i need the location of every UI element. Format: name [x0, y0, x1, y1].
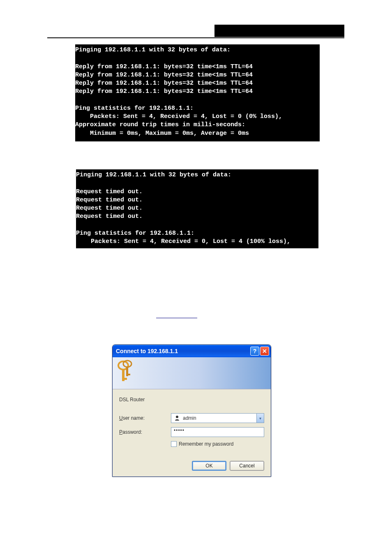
- auth-dialog: Connect to 192.168.1.1 ? ✕ DSL Router Us…: [112, 345, 271, 477]
- remember-row: Remember my password: [171, 441, 264, 447]
- svg-rect-5: [126, 374, 130, 375]
- terminal-ping-success: Pinging 192.168.1.1 with 32 bytes of dat…: [75, 44, 320, 141]
- svg-rect-2: [122, 378, 127, 380]
- remember-checkbox[interactable]: [171, 441, 177, 447]
- remember-label: Remember my password: [179, 441, 233, 447]
- header-divider: [47, 37, 344, 38]
- username-row: User name: admin ▾: [119, 413, 264, 423]
- button-row: OK Cancel: [119, 461, 264, 471]
- password-row: Password: •••••: [119, 427, 264, 437]
- ok-button[interactable]: OK: [192, 461, 226, 471]
- keys-icon: [115, 358, 136, 387]
- dialog-titlebar[interactable]: Connect to 192.168.1.1 ? ✕: [113, 345, 271, 357]
- password-input[interactable]: •••••: [171, 427, 264, 437]
- help-icon: ?: [253, 348, 257, 354]
- username-value: admin: [183, 415, 256, 421]
- password-label: Password:: [119, 429, 171, 435]
- username-combo[interactable]: admin ▾: [171, 413, 264, 423]
- realm-text: DSL Router: [119, 397, 264, 402]
- dropdown-arrow-icon[interactable]: ▾: [256, 414, 264, 423]
- dialog-banner: [113, 357, 271, 389]
- close-button[interactable]: ✕: [260, 347, 269, 356]
- close-icon: ✕: [262, 348, 267, 354]
- hyperlink-placeholder: [156, 318, 197, 318]
- username-label: User name:: [119, 415, 171, 421]
- dialog-body: DSL Router User name: admin ▾ Password: …: [113, 389, 271, 476]
- terminal-ping-fail: Pinging 192.168.1.1 with 32 bytes of dat…: [76, 169, 318, 248]
- cancel-button[interactable]: Cancel: [230, 461, 264, 471]
- header-black-bar: [214, 25, 344, 37]
- help-button[interactable]: ?: [250, 347, 259, 356]
- dialog-title: Connect to 192.168.1.1: [116, 348, 249, 354]
- user-icon: [174, 415, 180, 421]
- svg-point-6: [176, 416, 178, 418]
